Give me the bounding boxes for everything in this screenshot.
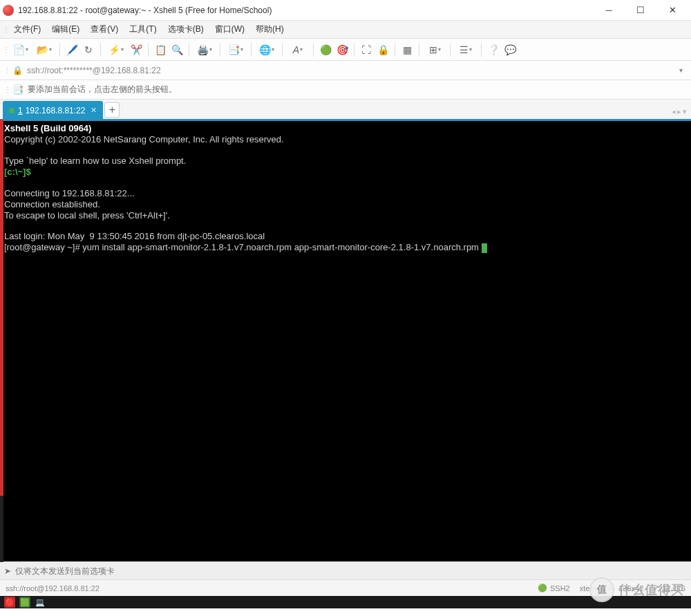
font-button[interactable]: A▾ — [287, 41, 309, 58]
session-tab[interactable]: 1 192.168.8.81:22 ✕ — [3, 101, 103, 119]
terminal-line: Xshell 5 (Build 0964) — [4, 123, 91, 133]
menu-view[interactable]: 查看(V) — [85, 21, 124, 37]
terminal-line: Connection established. — [4, 199, 100, 209]
terminal-line: To escape to local shell, press 'Ctrl+Al… — [4, 210, 170, 221]
separator — [450, 43, 451, 57]
terminal-remote-prompt: [root@gateway ~]# — [4, 242, 82, 252]
fullscreen-button[interactable]: ⛶ — [359, 41, 374, 58]
layout-button[interactable]: ⊞▾ — [424, 41, 446, 58]
bookmark-icon[interactable]: 📑 — [12, 84, 23, 95]
maximize-button[interactable]: ☐ — [625, 0, 656, 21]
separator — [395, 43, 395, 57]
separator — [100, 43, 101, 57]
terminal-line: Connecting to 192.168.8.81:22... — [4, 188, 135, 198]
status-connection: ssh://root@192.168.8.81:22 — [6, 584, 528, 592]
app-icon — [3, 5, 14, 16]
status-ssh: 🟢SSH2 — [538, 584, 570, 592]
open-button[interactable]: 📂▾ — [33, 41, 55, 58]
compose-input[interactable] — [15, 566, 687, 576]
separator — [148, 43, 149, 57]
separator — [313, 43, 314, 57]
close-button[interactable]: ✕ — [656, 0, 688, 21]
toolbar: ⋮ 📄▾ 📂▾ 🖊️ ↻ ⚡▾ ✂️ 📋 🔍 🖨️▾ 📑▾ 🌐▾ A▾ 🟢 🎯 … — [0, 39, 691, 61]
encoding-button[interactable]: 🌐▾ — [256, 41, 278, 58]
watermark-logo: 值 — [589, 577, 614, 602]
menu-help[interactable]: 帮助(H) — [250, 21, 290, 37]
grip-icon: ⋮ — [3, 46, 8, 53]
lock-button[interactable]: 🔒 — [375, 41, 390, 58]
color-scheme-button[interactable]: 🎯 — [334, 41, 350, 58]
menu-tools[interactable]: 工具(T) — [124, 21, 162, 37]
separator — [189, 43, 189, 57]
watermark: 值 什么值得买 — [589, 577, 684, 602]
help-button[interactable]: ❔ — [486, 41, 501, 58]
tab-prev-icon[interactable]: ◂ — [672, 107, 676, 116]
status-dot-icon — [9, 108, 15, 113]
separator — [251, 43, 252, 57]
menu-window[interactable]: 窗口(W) — [209, 21, 250, 37]
tab-list-icon[interactable]: ▾ — [683, 107, 687, 116]
info-text: 要添加当前会话，点击左侧的箭头按钮。 — [28, 84, 177, 95]
lock-icon: 🔒 — [12, 66, 23, 75]
menu-file[interactable]: 文件(F) — [8, 21, 46, 37]
separator — [354, 43, 354, 57]
tab-nav: ◂ ▸ ▾ — [672, 107, 687, 116]
separator — [59, 43, 60, 57]
options-button[interactable]: ☰▾ — [455, 41, 477, 58]
tile-button[interactable]: ▦ — [399, 41, 415, 58]
log-button[interactable]: 📑▾ — [225, 41, 247, 58]
address-bar: ⋮ 🔒 ▾ — [0, 61, 691, 80]
left-edge-indicator — [0, 120, 3, 562]
taskbar-icon[interactable]: 🟩 — [19, 597, 30, 608]
compose-button[interactable]: 💬 — [502, 41, 518, 58]
cursor-icon — [482, 243, 487, 253]
address-dropdown-icon[interactable]: ▾ — [675, 66, 687, 74]
status-bar: ssh://root@192.168.8.81:22 🟢SSH2 xterm ↔… — [0, 579, 691, 596]
watermark-text: 什么值得买 — [618, 581, 684, 598]
taskbar-icon[interactable]: 💻 — [35, 597, 46, 608]
find-button[interactable]: 🔍 — [169, 41, 184, 58]
menu-bar: ⋮ 文件(F) 编辑(E) 查看(V) 工具(T) 选项卡(B) 窗口(W) 帮… — [0, 21, 691, 39]
new-tab-button[interactable]: + — [104, 102, 120, 118]
highlight-button[interactable]: 🟢 — [318, 41, 333, 58]
grip-icon: ⋮ — [4, 86, 10, 93]
terminal-line: Copyright (c) 2002-2016 NetSarang Comput… — [4, 134, 284, 144]
separator — [282, 43, 283, 57]
terminal[interactable]: Xshell 5 (Build 0964) Copyright (c) 2002… — [0, 121, 691, 561]
tab-index: 1 — [18, 106, 23, 115]
info-bar: ⋮ 📑 要添加当前会话，点击左侧的箭头按钮。 — [0, 80, 691, 100]
properties-button[interactable]: 🖊️ — [64, 41, 79, 58]
menu-tab[interactable]: 选项卡(B) — [162, 21, 209, 37]
new-session-button[interactable]: 📄▾ — [10, 41, 32, 58]
copy-button[interactable]: 📋 — [153, 41, 168, 58]
terminal-local-prompt: [c:\~]$ — [4, 167, 31, 177]
terminal-line: Type `help' to learn how to use Xshell p… — [4, 156, 186, 166]
terminal-command: yum install app-smart-monitor-2.1.8-1.v7… — [82, 242, 481, 252]
grip-icon: ⋮ — [4, 66, 10, 74]
separator — [220, 43, 220, 57]
ssh-icon: 🟢 — [538, 584, 547, 592]
minimize-button[interactable]: ─ — [593, 0, 625, 21]
separator — [419, 43, 419, 57]
tab-strip: 1 192.168.8.81:22 ✕ + ◂ ▸ ▾ — [0, 100, 691, 119]
tab-next-icon[interactable]: ▸ — [677, 107, 681, 116]
disconnect-button[interactable]: ✂️ — [129, 41, 144, 58]
grip-icon: ⋮ — [3, 26, 8, 33]
taskbar-sliver: 🔴 🟩 💻 — [0, 596, 691, 608]
taskbar-icon[interactable]: 🔴 — [4, 597, 15, 608]
send-icon[interactable]: ➤ — [4, 566, 11, 576]
tab-label: 192.168.8.81:22 — [26, 106, 86, 115]
address-input[interactable] — [27, 66, 675, 75]
terminal-line: Last login: Mon May 9 13:50:45 2016 from… — [4, 231, 265, 241]
compose-bar: ➤ — [0, 561, 691, 579]
title-bar: 192.168.8.81:22 - root@gateway:~ - Xshel… — [0, 0, 691, 21]
reconnect-button[interactable]: ↻ — [81, 41, 96, 58]
window-title: 192.168.8.81:22 - root@gateway:~ - Xshel… — [18, 6, 593, 15]
print-button[interactable]: 🖨️▾ — [193, 41, 216, 58]
tab-close-icon[interactable]: ✕ — [91, 106, 97, 115]
menu-edit[interactable]: 编辑(E) — [46, 21, 85, 37]
separator — [481, 43, 482, 57]
quick-command-button[interactable]: ⚡▾ — [105, 41, 127, 58]
